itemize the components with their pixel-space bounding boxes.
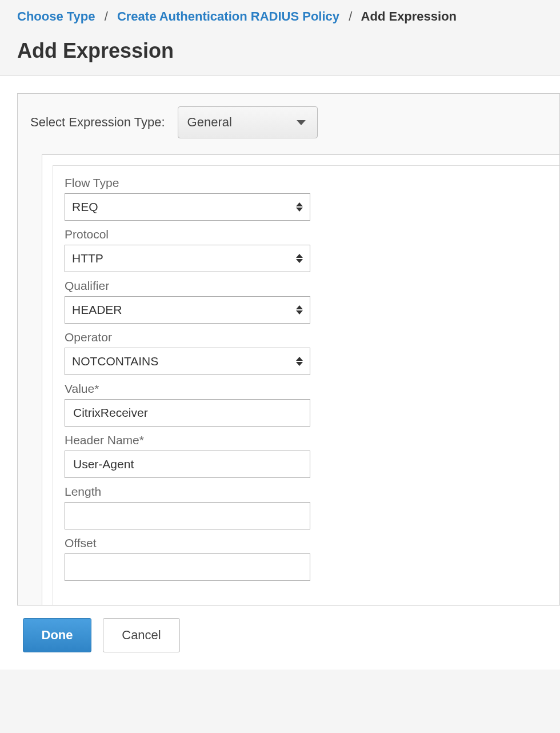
cancel-button[interactable]: Cancel: [103, 618, 180, 652]
offset-label: Offset: [65, 536, 548, 550]
qualifier-value: HEADER: [72, 303, 122, 317]
protocol-label: Protocol: [65, 228, 548, 241]
offset-input[interactable]: [72, 554, 303, 580]
breadcrumb-separator: /: [343, 9, 358, 23]
expression-type-value: General: [187, 115, 232, 130]
select-arrows-icon: [296, 357, 303, 366]
page-title: Add Expression: [17, 39, 543, 63]
select-arrows-icon: [296, 254, 303, 263]
select-arrows-icon: [296, 202, 303, 212]
expression-type-select[interactable]: General: [178, 106, 318, 138]
select-arrows-icon: [296, 305, 303, 314]
flow-type-value: REQ: [72, 200, 98, 214]
operator-select[interactable]: NOTCONTAINS: [65, 348, 310, 375]
expression-panel: Select Expression Type: General Flow Typ…: [17, 93, 560, 605]
protocol-select[interactable]: HTTP: [65, 245, 310, 272]
expression-type-label: Select Expression Type:: [30, 115, 165, 130]
flow-type-label: Flow Type: [65, 176, 548, 190]
value-label: Value*: [65, 382, 548, 396]
protocol-value: HTTP: [72, 252, 103, 265]
breadcrumb-create-radius-policy[interactable]: Create Authentication RADIUS Policy: [117, 9, 339, 23]
dropdown-caret-icon: [297, 120, 306, 125]
breadcrumb-choose-type[interactable]: Choose Type: [17, 9, 95, 23]
done-button[interactable]: Done: [23, 618, 91, 652]
qualifier-label: Qualifier: [65, 279, 548, 293]
operator-value: NOTCONTAINS: [72, 354, 158, 368]
flow-type-select[interactable]: REQ: [65, 193, 310, 221]
value-input[interactable]: [72, 400, 303, 426]
operator-label: Operator: [65, 330, 548, 344]
expression-form: Flow Type REQ Protocol HTTP Qualifier: [53, 165, 559, 605]
length-label: Length: [65, 485, 548, 499]
length-input[interactable]: [72, 503, 303, 529]
header-name-label: Header Name*: [65, 433, 548, 447]
breadcrumb: Choose Type / Create Authentication RADI…: [17, 9, 543, 24]
header-name-input[interactable]: [72, 451, 303, 477]
qualifier-select[interactable]: HEADER: [65, 296, 310, 324]
breadcrumb-separator: /: [99, 9, 114, 23]
breadcrumb-current: Add Expression: [361, 9, 457, 23]
